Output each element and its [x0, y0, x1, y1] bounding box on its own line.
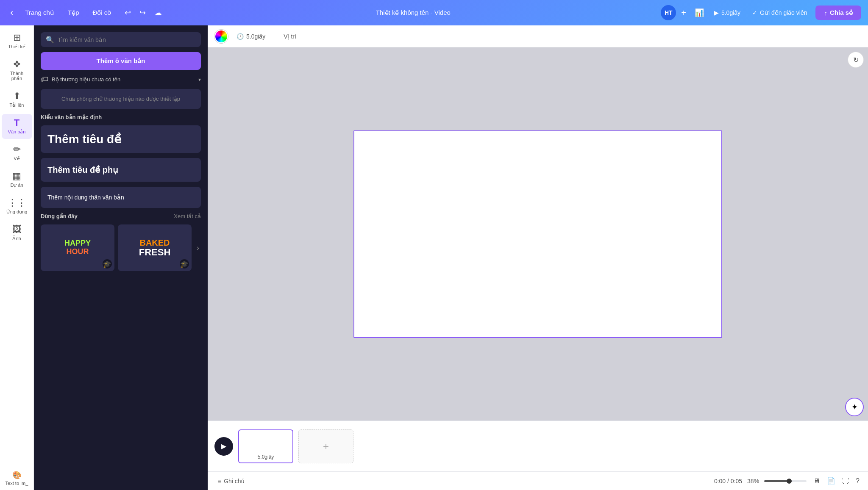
magic-button[interactable]: ✦	[845, 398, 864, 416]
undo-button[interactable]: ↩	[121, 6, 134, 20]
canvas-frame[interactable]	[353, 130, 722, 338]
time-duration-button[interactable]: 🕐 5.0giây	[233, 31, 269, 42]
duration-label: 5.0giây	[246, 33, 265, 40]
sidebar-item-ve[interactable]: ✏ Vẽ	[2, 141, 32, 166]
cloud-save-button[interactable]: ☁	[151, 6, 165, 20]
zoom-slider-thumb[interactable]	[787, 479, 792, 484]
status-icons: 🖥 📄 ⛶ ?	[812, 475, 861, 487]
sidebar-item-ung-dung[interactable]: ⋮⋮ Ứng dụng	[2, 194, 32, 219]
play-button[interactable]: ▶	[214, 437, 233, 456]
center-area: 🕐 5.0giây Vị trí ↻ ✦ ▲ ▶ 5.0g	[208, 25, 868, 490]
elements-icon: ❖	[13, 60, 21, 69]
text-icon: T	[14, 118, 19, 127]
page-view-button[interactable]: 📄	[825, 475, 837, 487]
add-collaborator-button[interactable]: +	[679, 6, 688, 19]
share-button[interactable]: ↑ Chia sẻ	[815, 6, 861, 20]
recent-chevron-right-icon[interactable]: ›	[195, 242, 201, 254]
see-all-button[interactable]: Xem tất cả	[174, 213, 201, 219]
brand-icon: 🏷	[41, 75, 48, 84]
help-button[interactable]: ?	[854, 476, 861, 487]
redo-button[interactable]: ↪	[136, 6, 149, 20]
notes-icon: ≡	[218, 478, 221, 484]
baked-word: BAKED	[139, 238, 171, 247]
home-button[interactable]: Trang chủ	[20, 6, 59, 19]
playback-time: 0:00 / 0:05	[714, 478, 742, 484]
status-bar: ≡ Ghi chú 0:00 / 0:05 38% 🖥 📄 ⛶ ?	[208, 471, 868, 490]
compare-button[interactable]: Đối cờ	[87, 6, 116, 19]
apps-icon: ⋮⋮	[8, 198, 26, 208]
share-icon: ↑	[824, 9, 827, 17]
happy-word: HAPPY	[64, 239, 91, 248]
send-to-teacher-button[interactable]: ✓ Gửi đến giáo viên	[747, 7, 812, 19]
sidebar-label-du-an: Dự án	[10, 183, 23, 188]
search-bar[interactable]: 🔍	[41, 32, 201, 47]
projects-icon: ▦	[12, 172, 21, 181]
play-duration: 5.0giây	[721, 9, 740, 16]
file-button[interactable]: Tệp	[63, 6, 84, 19]
notes-label: Ghi chú	[224, 478, 244, 484]
body-preview: Thêm nội dung thân văn bản	[47, 194, 124, 201]
bottom-timeline: ▶ 5.0giây +	[208, 421, 868, 471]
brand-placeholder: Chưa phông chữ thương hiệu nào được thiế…	[41, 89, 201, 109]
sidebar-label-ve: Vẽ	[14, 156, 19, 161]
brand-label: Bộ thương hiệu chưa có tên	[52, 76, 120, 83]
sidebar-item-text-to-image[interactable]: 🎨 Text to Im_	[2, 467, 32, 490]
sidebar-item-thanh-phan[interactable]: ❖ Thành phần	[2, 55, 32, 86]
sidebar-item-anh[interactable]: 🖼 Ảnh	[2, 221, 32, 246]
upload-icon: ⬆	[13, 91, 21, 101]
design-icon: ⊞	[13, 33, 21, 42]
recently-used-title: Dùng gần đây	[41, 213, 78, 219]
add-body-text-button[interactable]: Thêm nội dung thân văn bản	[41, 187, 201, 208]
add-text-box-button[interactable]: Thêm ô văn bản	[41, 52, 201, 70]
heading-preview: Thêm tiêu đề	[47, 133, 121, 146]
sidebar-label-ung-dung: Ứng dụng	[6, 209, 28, 215]
sparkle-icon: ✦	[851, 402, 858, 412]
play-preview-button[interactable]: ▶ 5.0giây	[711, 8, 744, 18]
sidebar-label-text-to-image: Text to Im_	[6, 481, 28, 486]
recent-item-baked-fresh[interactable]: BAKED FRESH 🎓	[118, 224, 192, 271]
canvas-toolbar: 🕐 5.0giây Vị trí	[208, 25, 868, 47]
user-avatar[interactable]: HT	[661, 5, 676, 20]
sidebar-label-anh: Ảnh	[12, 236, 21, 241]
left-text-panel: 🔍 Thêm ô văn bản 🏷 Bộ thương hiệu chưa c…	[34, 25, 208, 490]
text-to-image-icon: 🎨	[12, 471, 22, 479]
add-heading-button[interactable]: Thêm tiêu đề	[41, 125, 201, 153]
sidebar-icons: ⊞ Thiết kế ❖ Thành phần ⬆ Tải lên T Văn …	[0, 25, 34, 490]
recently-used-grid: HAPPY HOUR 🎓 BAKED FRESH 🎓 ›	[41, 224, 201, 271]
expand-button[interactable]: ⛶	[840, 476, 851, 487]
add-slide-button[interactable]: +	[298, 429, 353, 463]
desktop-view-button[interactable]: 🖥	[812, 476, 822, 487]
position-button[interactable]: Vị trí	[279, 31, 300, 42]
analytics-button[interactable]: 📊	[691, 6, 707, 20]
draw-icon: ✏	[13, 145, 21, 154]
brand-section[interactable]: 🏷 Bộ thương hiệu chưa có tên ▾	[41, 75, 201, 84]
zoom-slider[interactable]	[764, 480, 807, 482]
toolbar-divider	[274, 31, 274, 42]
recent-item-happy-hour[interactable]: HAPPY HOUR 🎓	[41, 224, 114, 271]
sidebar-item-du-an[interactable]: ▦ Dự án	[2, 167, 32, 192]
canvas-container: ↻ ✦ ▲	[208, 47, 868, 421]
timeline-slide-1[interactable]: 5.0giây	[238, 429, 293, 463]
template-badge-2: 🎓	[180, 259, 189, 269]
search-input[interactable]	[58, 36, 196, 43]
sidebar-item-thiet-ke[interactable]: ⊞ Thiết kế	[2, 29, 32, 54]
sidebar-item-van-ban[interactable]: T Văn bản	[2, 114, 32, 139]
photos-icon: 🖼	[12, 225, 22, 234]
zoom-slider-fill	[764, 480, 787, 482]
chevron-down-icon: ▾	[198, 77, 201, 83]
sidebar-item-tai-len[interactable]: ⬆ Tải lên	[2, 87, 32, 112]
back-button[interactable]: ‹	[7, 6, 17, 20]
color-picker-button[interactable]	[214, 30, 228, 43]
add-subheading-button[interactable]: Thêm tiêu đề phụ	[41, 158, 201, 182]
sidebar-label-thiet-ke: Thiết kế	[8, 44, 25, 50]
play-triangle-icon: ▶	[221, 442, 226, 450]
fresh-word: FRESH	[139, 247, 171, 257]
document-title: Thiết kế không tên - Video	[169, 9, 657, 17]
slide-duration-label: 5.0giây	[258, 454, 274, 460]
search-icon: 🔍	[46, 36, 54, 44]
refresh-icon: ↻	[853, 56, 859, 64]
refresh-button[interactable]: ↻	[848, 52, 864, 68]
recently-used-header: Dùng gần đây Xem tất cả	[41, 213, 201, 219]
notes-button[interactable]: ≡ Ghi chú	[214, 476, 248, 486]
hour-word: HOUR	[64, 248, 91, 256]
